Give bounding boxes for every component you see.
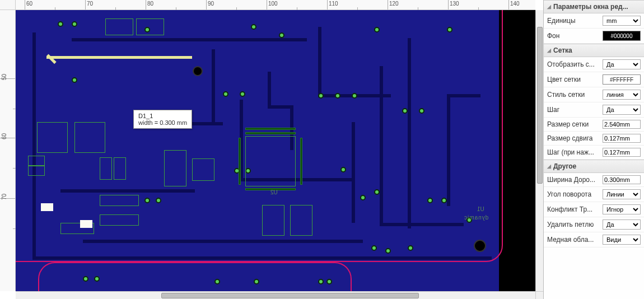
component-outline[interactable] — [164, 150, 186, 186]
ruler-tick-label: 90 — [208, 1, 214, 7]
via[interactable] — [371, 245, 377, 251]
color-swatch[interactable]: #000000 — [603, 31, 641, 41]
ruler-horizontal: 60 70 80 90 100 110 120 130 140 — [16, 0, 535, 10]
color-swatch[interactable]: #FFFFFF — [603, 74, 641, 85]
prop-remove-loop: Удалить петлю Да — [544, 217, 644, 232]
component-outline[interactable] — [100, 195, 139, 206]
section-header-grid[interactable]: ◢ Сетка — [544, 44, 644, 57]
pcb-trace — [32, 32, 36, 256]
grid-size-input[interactable] — [603, 120, 641, 129]
ruler-tick-label: 70 — [1, 194, 7, 200]
pcb-trace — [268, 105, 290, 109]
shift-size-input[interactable] — [603, 134, 641, 143]
via[interactable] — [340, 167, 346, 172]
component-outline[interactable] — [262, 205, 284, 236]
smd-pad — [245, 132, 296, 134]
scrollbar-thumb[interactable] — [537, 27, 543, 184]
component-outline[interactable] — [37, 122, 68, 153]
component-outline[interactable] — [192, 158, 214, 181]
vertical-scrollbar[interactable] — [535, 10, 543, 291]
conflict-select[interactable]: Игнор — [603, 204, 641, 214]
loop-select[interactable]: Да — [603, 219, 641, 230]
grid-style-select[interactable]: линия — [603, 90, 641, 100]
section-header-other[interactable]: ◢ Другое — [544, 160, 644, 173]
ruler-tick-label: 50 — [1, 74, 7, 80]
via[interactable] — [144, 198, 150, 203]
component-outline[interactable] — [290, 205, 312, 236]
via[interactable] — [419, 108, 424, 114]
via[interactable] — [214, 279, 220, 284]
via[interactable] — [251, 24, 256, 30]
prop-label: Медная обла... — [547, 236, 603, 244]
via[interactable] — [427, 198, 433, 203]
pcb-viewport[interactable]: U1 dynamic U2 D1_1 width = 0.300 mm — [16, 10, 535, 291]
snap-select[interactable]: Да — [603, 105, 641, 115]
prop-rotation-angle: Угол поворота Линии — [544, 187, 644, 202]
via[interactable] — [374, 189, 380, 195]
via[interactable] — [254, 279, 259, 284]
component-outline[interactable] — [28, 156, 45, 166]
via[interactable] — [156, 198, 161, 203]
via[interactable] — [402, 108, 408, 114]
component-outline[interactable] — [245, 136, 296, 186]
angle-select[interactable]: Линии — [603, 189, 641, 199]
pcb-trace — [212, 49, 215, 122]
component-outline[interactable] — [136, 18, 164, 35]
via[interactable] — [352, 93, 357, 99]
via[interactable] — [240, 91, 245, 97]
component-outline[interactable] — [100, 157, 112, 180]
prop-label: Фон — [547, 32, 603, 40]
component-outline[interactable] — [114, 157, 126, 180]
copper-select[interactable]: Види — [603, 235, 641, 245]
prop-label: Отобразить с... — [547, 60, 603, 68]
selected-trace[interactable] — [46, 56, 192, 59]
component-outline[interactable] — [28, 166, 45, 176]
collapse-triangle-icon: ◢ — [547, 48, 551, 53]
horizontal-scrollbar[interactable] — [16, 291, 535, 299]
ruler-tick-label: 80 — [147, 1, 153, 7]
prop-grid-style: Стиль сетки линия — [544, 87, 644, 102]
pad — [80, 220, 92, 228]
pcb-trace — [447, 94, 450, 206]
refdes-label: U1 — [477, 206, 484, 212]
via[interactable] — [447, 27, 452, 32]
via[interactable] — [441, 198, 447, 203]
section-title: Сетка — [553, 46, 572, 54]
via[interactable] — [326, 279, 332, 284]
via[interactable] — [318, 93, 324, 99]
scrollbar-thumb[interactable] — [161, 293, 419, 298]
via[interactable] — [83, 276, 88, 282]
refdes-label: dynamic — [464, 214, 488, 221]
via[interactable] — [318, 279, 324, 284]
via[interactable] — [223, 91, 228, 97]
pcb-trace — [380, 223, 464, 226]
component-outline[interactable] — [74, 122, 105, 153]
mounting-hole — [193, 66, 203, 76]
track-width-input[interactable] — [603, 175, 641, 184]
via[interactable] — [335, 93, 340, 99]
ruler-tick-label: 100 — [268, 1, 278, 7]
via[interactable] — [94, 276, 100, 282]
via[interactable] — [72, 21, 77, 27]
pcb-trace — [83, 240, 363, 243]
properties-panel[interactable]: ◢ Параметры окна ред... Единицы mm Фон #… — [543, 0, 644, 299]
component-outline[interactable] — [100, 214, 139, 226]
via[interactable] — [72, 77, 77, 83]
pad — [41, 203, 53, 211]
via[interactable] — [408, 245, 413, 251]
pcb-trace — [352, 122, 355, 223]
via[interactable] — [360, 195, 366, 200]
prop-units: Единицы mm — [544, 13, 644, 29]
via[interactable] — [385, 248, 391, 254]
section-header-view-params[interactable]: ◢ Параметры окна ред... — [544, 0, 644, 13]
shiftkey-step-input[interactable] — [603, 148, 641, 157]
units-select[interactable]: mm — [603, 16, 641, 26]
prop-label: Размер сдвига — [547, 134, 603, 142]
via[interactable] — [279, 32, 284, 38]
pcb-editor-canvas[interactable]: 60 70 80 90 100 110 120 130 140 50 60 70 — [0, 0, 543, 299]
via[interactable] — [58, 21, 63, 27]
component-outline[interactable] — [105, 18, 133, 35]
show-grid-select[interactable]: Да — [603, 59, 641, 69]
prop-shift-size: Размер сдвига — [544, 132, 644, 146]
via[interactable] — [374, 27, 380, 32]
